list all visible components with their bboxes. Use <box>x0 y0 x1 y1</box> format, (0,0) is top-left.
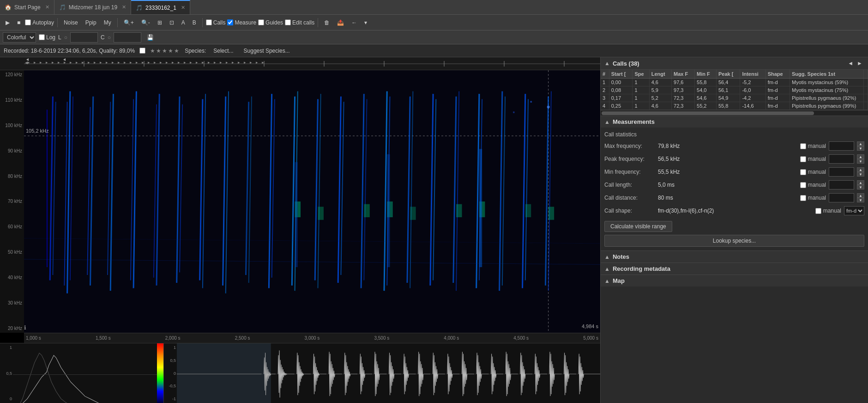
zoom-a-button[interactable]: A <box>179 18 188 27</box>
ppip-button[interactable]: Ppip <box>83 18 99 27</box>
quality-checkbox-area[interactable] <box>139 48 145 54</box>
maxfreq-spin[interactable]: ▲ ▼ <box>857 141 864 151</box>
table-row[interactable]: 4 0,25 1 4,6 72,3 55,2 55,8 -14,6 fm-d P… <box>601 102 868 110</box>
peakfreq-spin[interactable]: ▲ ▼ <box>857 154 864 164</box>
zoom-sel-button[interactable]: ⊡ <box>167 18 177 27</box>
calldist-spin[interactable]: ▲ ▼ <box>857 193 864 202</box>
calllength-down[interactable]: ▼ <box>857 185 864 189</box>
tab-midzomer-close[interactable]: ✕ <box>122 4 126 10</box>
calllength-spin[interactable]: ▲ ▼ <box>857 180 864 189</box>
freq-90: 90 kHz <box>0 148 24 153</box>
calllength-up[interactable]: ▲ <box>857 180 864 185</box>
peakfreq-down[interactable]: ▼ <box>857 159 864 164</box>
calldist-down[interactable]: ▼ <box>857 198 864 202</box>
info-icon[interactable]: ℹ <box>24 324 26 331</box>
edit-calls-checkbox[interactable] <box>285 19 291 25</box>
table-hscroll-thumb[interactable] <box>602 111 814 115</box>
calldist-up[interactable]: ▲ <box>857 193 864 198</box>
play-button[interactable]: ▶ <box>3 18 12 27</box>
lookup-species-button[interactable]: Lookup species... <box>604 235 864 247</box>
notes-header[interactable]: ▲ Notes <box>601 251 868 263</box>
autoplay-label: Autoplay <box>32 19 54 26</box>
calls-label: Calls <box>213 19 226 26</box>
calldist-manual-input[interactable]: 80 <box>829 193 854 202</box>
calls-table-container[interactable]: # Start [ Spe Lengt Max F Min F Peak [ I… <box>601 70 868 110</box>
val1-input[interactable] <box>70 32 98 43</box>
log-checkbox[interactable] <box>39 34 45 40</box>
map-collapse-btn[interactable]: ▲ <box>604 278 610 284</box>
minfreq-up[interactable]: ▲ <box>857 167 864 172</box>
spectrogram-container[interactable]: 120 kHz 110 kHz 100 kHz 90 kHz 80 kHz 70… <box>0 70 600 343</box>
maxfreq-up[interactable]: ▲ <box>857 141 864 146</box>
noise-button[interactable]: Noise <box>61 18 81 27</box>
cell-start: 0,17 <box>609 94 633 102</box>
tab-start[interactable]: 🏠 Start Page ✕ <box>0 0 54 14</box>
calls-check[interactable]: Calls <box>206 19 226 26</box>
recording-metadata-header[interactable]: ▲ Recording metadata <box>601 263 868 275</box>
autoplay-check[interactable]: Autoplay <box>25 19 54 26</box>
tab-file[interactable]: 🎵 23330162_1 ✕ <box>131 0 190 14</box>
peakfreq-manual-checkbox[interactable] <box>800 156 806 162</box>
minfreq-down[interactable]: ▼ <box>857 172 864 177</box>
calls-section-header[interactable]: ▲ Calls (38) ◄ ► <box>601 57 868 70</box>
spectrogram-area[interactable]: 105,2 kHz 4,984 s <box>24 70 600 333</box>
fit-button[interactable]: ⊞ <box>155 18 165 27</box>
peakfreq-up[interactable]: ▲ <box>857 154 864 159</box>
tab-start-close[interactable]: ✕ <box>45 4 49 10</box>
calllength-manual-checkbox[interactable] <box>800 182 806 188</box>
minfreq-manual-input[interactable]: 55,5 <box>829 167 854 177</box>
export-button[interactable]: 📤 <box>334 18 347 27</box>
table-row[interactable]: 1 0,00 1 4,6 97,6 55,8 56,4 -5,2 fm-d My… <box>601 79 868 86</box>
guides-checkbox[interactable] <box>258 19 264 25</box>
minfreq-manual-checkbox[interactable] <box>800 169 806 175</box>
table-row[interactable]: 3 0,17 1 5,2 72,3 54,6 54,9 -4,2 fm-d Pi… <box>601 94 868 102</box>
edit-calls-check[interactable]: Edit calls <box>285 19 314 26</box>
peakfreq-manual-input[interactable]: 56,5 <box>829 154 854 164</box>
table-row[interactable]: 2 0,08 1 5,9 97,3 54,0 56,1 -6,0 fm-d My… <box>601 86 868 94</box>
calllength-manual-input[interactable]: 5,0 <box>829 180 854 189</box>
maxfreq-manual-input[interactable]: 79,8 <box>829 141 854 151</box>
cell-species: Myotis mystacinus (75%) <box>790 86 864 94</box>
quality-checkbox[interactable] <box>139 48 145 54</box>
stop-button[interactable]: ■ <box>14 18 23 27</box>
scroll-right-btn[interactable]: ► <box>855 59 864 67</box>
measure-checkbox[interactable] <box>227 19 233 25</box>
recording-metadata-collapse-btn[interactable]: ▲ <box>604 266 610 272</box>
calldist-manual-checkbox[interactable] <box>800 195 806 201</box>
more-button[interactable]: ▾ <box>362 18 370 27</box>
calc-visible-range-button[interactable]: Calculate visible range <box>604 221 672 232</box>
suggest-species-button[interactable]: Suggest Species... <box>241 46 293 55</box>
freq-50: 50 kHz <box>0 250 24 255</box>
calls-collapse-btn[interactable]: ▲ <box>604 60 610 67</box>
measurements-collapse-btn[interactable]: ▲ <box>604 119 610 125</box>
maxfreq-down[interactable]: ▼ <box>857 146 864 151</box>
tab-file-close[interactable]: ✕ <box>181 5 185 11</box>
zoom-out-button[interactable]: 🔍- <box>139 18 153 27</box>
scroll-left-btn[interactable]: ◄ <box>846 59 855 67</box>
calls-checkbox[interactable] <box>206 19 212 25</box>
measure-check[interactable]: Measure <box>227 19 256 26</box>
save-button[interactable]: 💾 <box>144 33 157 42</box>
tab-midzomer[interactable]: 🎵 Midzomer 18 jun 19 ✕ <box>54 0 131 14</box>
select-species-button[interactable]: Select... <box>211 46 236 55</box>
zoom-in-button[interactable]: 🔍+ <box>121 18 137 27</box>
delete-button[interactable]: 🗑 <box>321 18 332 27</box>
colormap-select[interactable]: Colorful <box>3 32 36 43</box>
maxfreq-manual-checkbox[interactable] <box>800 143 806 149</box>
zoom-b-button[interactable]: B <box>190 18 199 27</box>
back-button[interactable]: ← <box>349 18 360 27</box>
measurements-header[interactable]: ▲ Measurements <box>601 116 868 128</box>
autoplay-checkbox[interactable] <box>25 19 31 25</box>
time-4000: 4,000 s <box>444 336 459 341</box>
callshape-manual-checkbox[interactable] <box>815 208 821 214</box>
notes-collapse-btn[interactable]: ▲ <box>604 254 610 260</box>
map-header[interactable]: ▲ Map <box>601 275 868 287</box>
timeline[interactable]: ◄ ▸▸▸▸▸▸▸▸▸▸▸▸▸▸▸▸▸▸▸▸▸▸▸▸▸▸▸▸▸▸▸▸▸▸▸▸▸▸… <box>0 57 600 70</box>
val2-input[interactable] <box>114 32 141 43</box>
log-check[interactable]: Log <box>39 34 55 41</box>
guides-check[interactable]: Guides <box>258 19 283 26</box>
my-button[interactable]: My <box>101 18 114 27</box>
callshape-select[interactable]: fm-d <box>844 206 864 215</box>
table-hscroll[interactable] <box>601 110 868 116</box>
minfreq-spin[interactable]: ▲ ▼ <box>857 167 864 177</box>
